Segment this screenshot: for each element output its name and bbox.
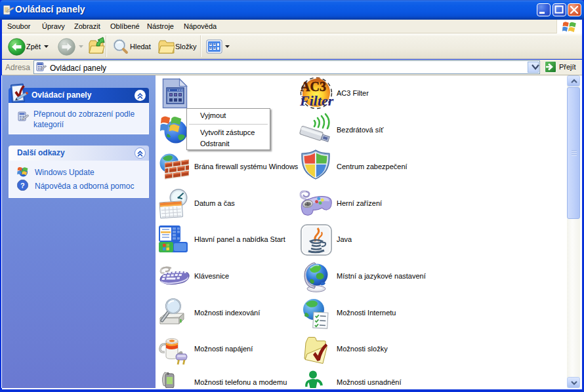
svg-text:AC3: AC3 (301, 79, 326, 94)
svg-text:?: ? (20, 182, 25, 189)
svg-text:Filter: Filter (299, 92, 334, 109)
